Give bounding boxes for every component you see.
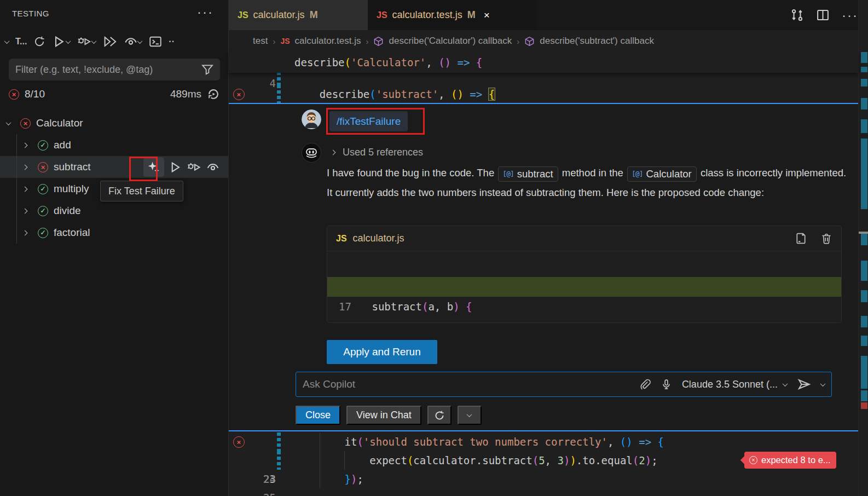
tab-label: calculator.test.js: [392, 9, 462, 21]
breadcrumb-item[interactable]: describe('subtract') callback: [540, 36, 654, 47]
tree-item-label: Calculator: [36, 117, 83, 129]
code-line-21[interactable]: 21: [229, 73, 858, 85]
sidebar-more-actions-icon[interactable]: ···: [197, 4, 213, 20]
js-file-icon: JS: [238, 10, 248, 20]
diff-line-18: 18 }: [327, 297, 841, 316]
test-filter-box: [9, 59, 220, 80]
toolbar-overflow-icon[interactable]: ··: [169, 37, 175, 47]
model-picker[interactable]: Claude 3.5 Sonnet (...: [682, 379, 787, 390]
sidebar-title: TESTING: [12, 9, 49, 18]
tree-item-label: multiply: [54, 183, 89, 195]
symbol-chip-calculator[interactable]: [@]Calculator: [627, 166, 697, 182]
open-changes-icon[interactable]: [790, 8, 804, 22]
apply-and-rerun-button[interactable]: Apply and Rerun: [327, 340, 437, 364]
code-line-23[interactable]: × 23 it('should subtract two numbers cor…: [229, 432, 858, 451]
apply-in-editor-icon[interactable]: [795, 232, 807, 245]
code-line-25[interactable]: 25 });: [229, 470, 858, 488]
test-filter-input[interactable]: [15, 64, 201, 76]
chevron-right-icon[interactable]: [22, 208, 28, 214]
code-line-24[interactable]: 24 expect(calculator.subtract(5, 3)).to.…: [229, 451, 858, 470]
chevron-right-icon[interactable]: [22, 142, 28, 148]
tree-item-subtract[interactable]: × subtract: [0, 156, 228, 178]
code-text: });: [294, 470, 363, 488]
send-options-chevron-icon[interactable]: [820, 381, 826, 387]
debug-test-button[interactable]: [187, 161, 201, 174]
modified-line-gutter: [277, 432, 281, 451]
line-number: 18: [327, 316, 351, 323]
send-icon[interactable]: [797, 377, 811, 391]
symbol-method-icon: [@]: [632, 167, 643, 181]
copilot-message: I have found the bug in the code. The [@…: [327, 163, 848, 203]
breadcrumb-item[interactable]: calculator.test.js: [295, 36, 361, 47]
chat-widget-bottom-border: [229, 430, 858, 431]
filter-funnel-icon[interactable]: [201, 64, 213, 76]
modified-line-gutter: [277, 451, 281, 470]
slash-command-pill[interactable]: /fixTestFailure: [329, 111, 408, 131]
js-test-file-icon: JS: [377, 10, 387, 20]
breadcrumb-item[interactable]: describe('Calculator') callback: [389, 36, 512, 47]
tree-item-factorial[interactable]: ✓ factorial: [0, 222, 228, 244]
test-error-annotation[interactable]: × expected 8 to e...: [744, 452, 836, 469]
model-label: Claude 3.5 Sonnet (...: [682, 379, 778, 390]
close-tab-icon[interactable]: ×: [484, 9, 490, 21]
section-label[interactable]: T...: [15, 37, 27, 47]
modified-line-gutter: [277, 85, 281, 104]
symbol-chip-subtract[interactable]: [@]subtract: [498, 166, 558, 182]
chevron-right-icon[interactable]: [22, 186, 28, 192]
js-test-file-icon: JS: [280, 37, 290, 45]
references-expander[interactable]: Used 5 references: [331, 147, 423, 158]
pass-icon: ✓: [38, 140, 48, 151]
test-fail-gutter-icon[interactable]: ×: [233, 436, 245, 448]
section-collapse-icon[interactable]: [3, 38, 10, 45]
breadcrumb-item[interactable]: test: [253, 36, 268, 47]
chevron-right-icon[interactable]: [22, 230, 28, 235]
tree-indent-guide: [16, 134, 17, 244]
close-button[interactable]: Close: [296, 406, 340, 425]
code-text: expect(calculator.subtract(5, 3)).to.equ…: [294, 451, 658, 470]
coverage-run-icon[interactable]: [101, 33, 119, 50]
attach-paperclip-icon[interactable]: [639, 378, 651, 391]
modified-badge: M: [467, 9, 476, 21]
microphone-icon[interactable]: [661, 378, 672, 391]
diff-line-16: 16 subtract(a, b) {: [327, 257, 841, 277]
testing-toolbar: T... ··: [3, 32, 176, 51]
editor-more-actions-icon[interactable]: ···: [842, 8, 858, 23]
regenerate-button[interactable]: [427, 406, 452, 425]
code-text: describe('subtract', () => {: [294, 85, 495, 103]
overview-ruler[interactable]: [858, 0, 868, 496]
trash-icon[interactable]: [820, 232, 832, 245]
editor-group: JS calculator.js M JS calculator.test.js…: [229, 0, 868, 496]
rerun-last-icon[interactable]: [207, 88, 220, 101]
code-card-filename[interactable]: calculator.js: [353, 233, 404, 244]
debug-tests-button[interactable]: [76, 33, 97, 50]
chat-input[interactable]: [303, 378, 639, 390]
breadcrumb-separator: ›: [273, 37, 275, 46]
run-test-button[interactable]: [169, 161, 182, 174]
view-in-chat-button[interactable]: View in Chat: [346, 406, 421, 425]
more-options-dropdown-button[interactable]: [458, 406, 482, 425]
pass-icon: ✓: [38, 184, 48, 194]
run-tests-button[interactable]: [51, 33, 72, 50]
refresh-tests-icon[interactable]: [32, 34, 47, 49]
terminal-icon[interactable]: [147, 33, 164, 50]
tab-bar: JS calculator.js M JS calculator.test.js…: [229, 0, 868, 30]
chevron-right-icon: [331, 150, 336, 155]
tree-item-add[interactable]: ✓ add: [0, 134, 228, 156]
symbol-cube-icon: [524, 36, 535, 47]
watch-test-eye-icon[interactable]: [206, 161, 219, 174]
tree-item-label: add: [54, 139, 71, 151]
tab-calculator-test-js[interactable]: JS calculator.test.js M ×: [368, 0, 536, 30]
tab-calculator-js[interactable]: JS calculator.js M: [229, 0, 368, 30]
vscode-window: TESTING ··· T...: [0, 0, 868, 496]
chevron-right-icon[interactable]: [22, 164, 28, 170]
continuous-run-eye-icon[interactable]: [123, 33, 143, 50]
modified-badge: M: [310, 9, 318, 21]
sticky-code-line-4[interactable]: 4 describe('Calculator', () => {: [229, 52, 858, 73]
tree-item-divide[interactable]: ✓ divide: [0, 200, 228, 222]
tree-item-calculator[interactable]: × Calculator: [0, 112, 228, 134]
chevron-down-icon[interactable]: [6, 120, 11, 125]
split-editor-icon[interactable]: [816, 8, 830, 22]
fix-test-failure-sparkle-button[interactable]: [143, 157, 164, 177]
symbol-cube-icon: [373, 36, 384, 47]
code-line-22[interactable]: × 22 describe('subtract', () => {: [229, 85, 858, 104]
